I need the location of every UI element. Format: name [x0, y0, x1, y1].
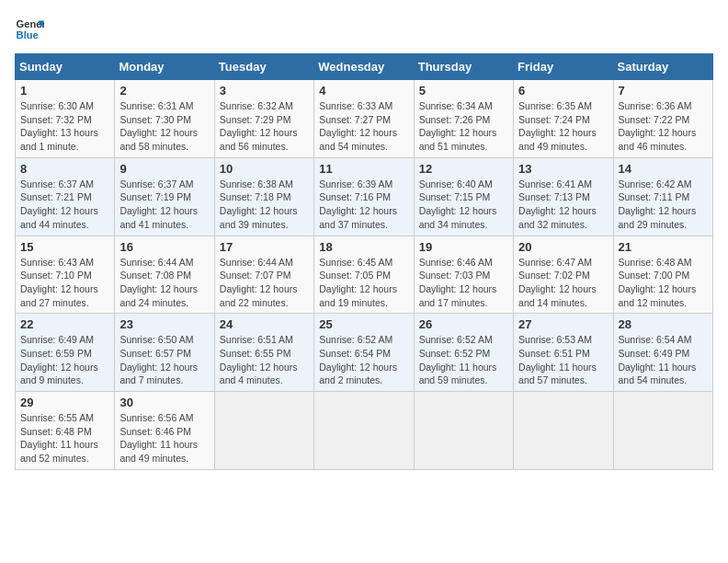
day-info: Sunrise: 6:42 AMSunset: 7:11 PMDaylight:…	[619, 178, 708, 232]
calendar-cell: 21Sunrise: 6:48 AMSunset: 7:00 PMDayligh…	[613, 236, 712, 314]
weekday-header-friday: Friday	[514, 54, 613, 80]
day-number: 5	[419, 84, 508, 98]
logo-icon: General Blue	[15, 15, 44, 44]
day-number: 29	[20, 396, 109, 409]
day-number: 16	[119, 240, 209, 254]
calendar-cell: 26Sunrise: 6:52 AMSunset: 6:52 PMDayligh…	[414, 314, 513, 392]
weekday-header-wednesday: Wednesday	[314, 54, 414, 80]
day-info: Sunrise: 6:39 AMSunset: 7:16 PMDaylight:…	[319, 178, 408, 232]
day-number: 19	[419, 240, 508, 254]
day-info: Sunrise: 6:50 AMSunset: 6:57 PMDaylight:…	[119, 333, 209, 387]
day-info: Sunrise: 6:40 AMSunset: 7:15 PMDaylight:…	[419, 178, 508, 232]
calendar-table: SundayMondayTuesdayWednesdayThursdayFrid…	[15, 53, 713, 470]
day-info: Sunrise: 6:49 AMSunset: 6:59 PMDaylight:…	[20, 333, 109, 387]
calendar-cell: 15Sunrise: 6:43 AMSunset: 7:10 PMDayligh…	[16, 236, 115, 314]
calendar-header: SundayMondayTuesdayWednesdayThursdayFrid…	[16, 54, 713, 80]
calendar-cell: 8Sunrise: 6:37 AMSunset: 7:21 PMDaylight…	[16, 157, 115, 236]
calendar-cell: 14Sunrise: 6:42 AMSunset: 7:11 PMDayligh…	[613, 157, 712, 236]
calendar-cell: 22Sunrise: 6:49 AMSunset: 6:59 PMDayligh…	[16, 314, 115, 392]
calendar-cell: 10Sunrise: 6:38 AMSunset: 7:18 PMDayligh…	[214, 157, 313, 236]
day-number: 30	[119, 396, 209, 409]
weekday-header-sunday: Sunday	[16, 54, 115, 80]
calendar-body: 1Sunrise: 6:30 AMSunset: 7:32 PMDaylight…	[16, 80, 713, 470]
day-info: Sunrise: 6:52 AMSunset: 6:54 PMDaylight:…	[319, 333, 408, 387]
day-number: 8	[20, 162, 109, 176]
calendar-cell: 29Sunrise: 6:55 AMSunset: 6:48 PMDayligh…	[16, 392, 115, 470]
day-info: Sunrise: 6:56 AMSunset: 6:46 PMDaylight:…	[119, 411, 209, 465]
day-info: Sunrise: 6:33 AMSunset: 7:27 PMDaylight:…	[319, 99, 408, 154]
calendar-cell	[613, 392, 712, 470]
day-info: Sunrise: 6:48 AMSunset: 7:00 PMDaylight:…	[619, 256, 708, 310]
day-info: Sunrise: 6:45 AMSunset: 7:05 PMDaylight:…	[319, 256, 408, 310]
day-info: Sunrise: 6:43 AMSunset: 7:10 PMDaylight:…	[20, 256, 109, 310]
calendar-cell: 6Sunrise: 6:35 AMSunset: 7:24 PMDaylight…	[514, 80, 613, 158]
calendar-week-3: 22Sunrise: 6:49 AMSunset: 6:59 PMDayligh…	[16, 314, 713, 392]
day-number: 24	[220, 317, 309, 331]
calendar-cell: 17Sunrise: 6:44 AMSunset: 7:07 PMDayligh…	[214, 236, 313, 314]
calendar-cell: 7Sunrise: 6:36 AMSunset: 7:22 PMDaylight…	[613, 80, 712, 158]
day-info: Sunrise: 6:52 AMSunset: 6:52 PMDaylight:…	[419, 333, 508, 387]
calendar-cell	[314, 392, 414, 470]
calendar-week-4: 29Sunrise: 6:55 AMSunset: 6:48 PMDayligh…	[16, 392, 713, 470]
day-info: Sunrise: 6:51 AMSunset: 6:55 PMDaylight:…	[220, 333, 309, 387]
day-number: 15	[20, 240, 109, 254]
day-info: Sunrise: 6:35 AMSunset: 7:24 PMDaylight:…	[518, 99, 608, 154]
calendar-cell: 28Sunrise: 6:54 AMSunset: 6:49 PMDayligh…	[613, 314, 712, 392]
header: General Blue	[15, 15, 713, 44]
svg-text:Blue: Blue	[17, 29, 39, 40]
day-number: 12	[419, 162, 508, 176]
calendar-cell: 11Sunrise: 6:39 AMSunset: 7:16 PMDayligh…	[314, 157, 414, 236]
day-number: 4	[319, 84, 408, 98]
day-info: Sunrise: 6:41 AMSunset: 7:13 PMDaylight:…	[518, 178, 608, 232]
day-number: 28	[619, 317, 708, 331]
day-number: 2	[119, 84, 209, 98]
day-number: 22	[20, 317, 109, 331]
day-number: 7	[619, 84, 708, 98]
calendar-cell: 30Sunrise: 6:56 AMSunset: 6:46 PMDayligh…	[115, 392, 214, 470]
day-info: Sunrise: 6:34 AMSunset: 7:26 PMDaylight:…	[419, 99, 508, 154]
calendar-cell: 16Sunrise: 6:44 AMSunset: 7:08 PMDayligh…	[115, 236, 214, 314]
calendar-cell	[214, 392, 313, 470]
day-number: 27	[518, 317, 608, 331]
day-number: 9	[119, 162, 209, 176]
day-info: Sunrise: 6:32 AMSunset: 7:29 PMDaylight:…	[220, 99, 309, 154]
calendar-cell: 23Sunrise: 6:50 AMSunset: 6:57 PMDayligh…	[115, 314, 214, 392]
calendar-week-1: 8Sunrise: 6:37 AMSunset: 7:21 PMDaylight…	[16, 157, 713, 236]
calendar-cell: 13Sunrise: 6:41 AMSunset: 7:13 PMDayligh…	[514, 157, 613, 236]
calendar-cell	[514, 392, 613, 470]
calendar-cell: 25Sunrise: 6:52 AMSunset: 6:54 PMDayligh…	[314, 314, 414, 392]
calendar-cell: 2Sunrise: 6:31 AMSunset: 7:30 PMDaylight…	[115, 80, 214, 158]
day-info: Sunrise: 6:55 AMSunset: 6:48 PMDaylight:…	[20, 411, 109, 465]
calendar-cell: 19Sunrise: 6:46 AMSunset: 7:03 PMDayligh…	[414, 236, 513, 314]
day-info: Sunrise: 6:46 AMSunset: 7:03 PMDaylight:…	[419, 256, 508, 310]
calendar-cell: 20Sunrise: 6:47 AMSunset: 7:02 PMDayligh…	[514, 236, 613, 314]
day-info: Sunrise: 6:38 AMSunset: 7:18 PMDaylight:…	[220, 178, 309, 232]
day-info: Sunrise: 6:36 AMSunset: 7:22 PMDaylight:…	[619, 99, 708, 154]
day-number: 20	[518, 240, 608, 254]
weekday-header-tuesday: Tuesday	[214, 54, 313, 80]
weekday-header-saturday: Saturday	[613, 54, 712, 80]
day-number: 14	[619, 162, 708, 176]
day-number: 13	[518, 162, 608, 176]
calendar-cell: 27Sunrise: 6:53 AMSunset: 6:51 PMDayligh…	[514, 314, 613, 392]
day-number: 6	[518, 84, 608, 98]
weekday-header-thursday: Thursday	[414, 54, 513, 80]
day-number: 21	[619, 240, 708, 254]
day-number: 17	[220, 240, 309, 254]
calendar-cell: 9Sunrise: 6:37 AMSunset: 7:19 PMDaylight…	[115, 157, 214, 236]
day-number: 18	[319, 240, 408, 254]
day-info: Sunrise: 6:31 AMSunset: 7:30 PMDaylight:…	[119, 99, 209, 154]
calendar-cell: 1Sunrise: 6:30 AMSunset: 7:32 PMDaylight…	[16, 80, 115, 158]
calendar-week-0: 1Sunrise: 6:30 AMSunset: 7:32 PMDaylight…	[16, 80, 713, 158]
header-row: SundayMondayTuesdayWednesdayThursdayFrid…	[16, 54, 713, 80]
day-info: Sunrise: 6:47 AMSunset: 7:02 PMDaylight:…	[518, 256, 608, 310]
day-info: Sunrise: 6:44 AMSunset: 7:07 PMDaylight:…	[220, 256, 309, 310]
day-number: 26	[419, 317, 508, 331]
weekday-header-monday: Monday	[115, 54, 214, 80]
calendar-cell	[414, 392, 513, 470]
calendar-cell: 18Sunrise: 6:45 AMSunset: 7:05 PMDayligh…	[314, 236, 414, 314]
day-number: 1	[20, 84, 109, 98]
day-info: Sunrise: 6:44 AMSunset: 7:08 PMDaylight:…	[119, 256, 209, 310]
day-number: 10	[220, 162, 309, 176]
logo: General Blue	[15, 15, 44, 44]
